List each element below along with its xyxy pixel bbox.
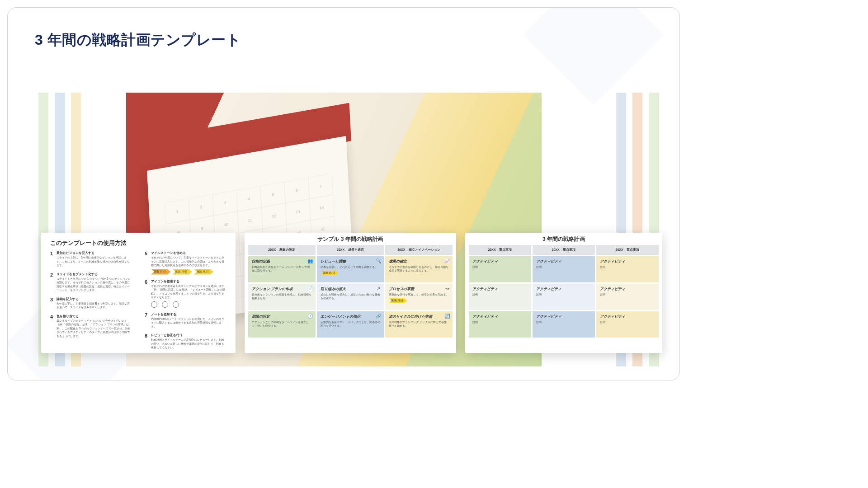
instruction-heading: レビューと修正を行う xyxy=(151,333,226,338)
instruction-number: 6 xyxy=(145,279,147,308)
card3-title: 3 年間の戦略計画 xyxy=(465,233,662,245)
plan-cell: アクティビティ説明 xyxy=(596,311,659,338)
instruction-number: 4 xyxy=(50,314,53,338)
refresh-icon: 🔄 xyxy=(444,314,450,319)
plan-cell: 期限の設定アクションごとの明確なタイムラインを確立して、勢いを維持する。🕒 xyxy=(248,311,316,338)
plan-cell: アクティビティ説明 xyxy=(533,284,595,310)
instruction-item: 2スライドをセグメント化するスライドを各年度につき 1 つずつ、合計 3 つのセ… xyxy=(50,272,132,292)
people-icon: 👥 xyxy=(307,258,313,264)
instruction-text: PowerPoint のノート セクションを使用して、メインのスライドに配入する… xyxy=(151,317,226,329)
plan-cell: 取り組みの拡大成功した戦略を拡大し、成長のための新たな機会を模索する。↗ xyxy=(317,284,384,310)
milestone-chip: 確認 月/日 xyxy=(194,269,213,275)
instruction-heading: 最初にビジョンを記入する xyxy=(57,251,132,255)
instruction-number: 2 xyxy=(50,272,53,292)
plan-cell: アクティビティ説明 xyxy=(596,284,659,310)
plan-cell-title: 役割の定義 xyxy=(252,259,312,264)
plan-column-header: 20XX – 重点事項 xyxy=(533,245,595,255)
plan-cell-title: アクティビティ xyxy=(472,314,528,319)
slide-canvas: 3 年間の戦略計画テンプレート 123456789101112131415161… xyxy=(7,7,680,380)
plan-column-header: 20XX – 確立とイノベーション xyxy=(385,245,453,255)
instruction-number: 7 xyxy=(145,312,147,329)
plan-cell: レビューと調整結果を評価し、それに応じて戦略を調整する。🔍調査 月/日 xyxy=(317,256,384,282)
clock-icon xyxy=(151,301,157,308)
plan-cell-title: アクティビティ xyxy=(536,314,591,319)
instruction-text: 各年度の下に、主要項目を箇条書きで列挙します。簡潔な言葉遣いで、スライドを読みや… xyxy=(57,302,132,310)
milestone-chip: 調査 月/日 xyxy=(321,271,339,275)
instruction-heading: 色を割り当てる xyxy=(57,314,132,319)
instruction-heading: アイコンを使用する xyxy=(151,279,226,284)
plan-cell-desc: 説明 xyxy=(536,320,591,324)
plan-cell: エンゲージメントの強化定期的な更新やフィードバックにより、関係者の関与を強化する… xyxy=(317,311,384,338)
slide-frame: 3 年間の戦略計画テンプレート 123456789101112131415161… xyxy=(0,0,687,388)
plan-cell-title: アクティビティ xyxy=(472,286,528,291)
plan-cell-desc: アクションごとの明確なタイムラインを確立して、勢いを維持する。 xyxy=(252,320,312,328)
plan-column-header: 20XX – 重点事項 xyxy=(596,245,659,255)
search-icon: 🔍 xyxy=(376,258,381,264)
instruction-item: 7ノートを追加するPowerPoint のノート セクションを使用して、メインの… xyxy=(145,312,226,329)
plan-cell: アクティビティ説明 xyxy=(469,311,531,338)
plan-cell-title: エンゲージメントの強化 xyxy=(321,314,381,319)
instruction-item: 4色を割り当てる異なるタイプのアクティビティについて色分けを行います（例:「役割… xyxy=(50,314,132,338)
instruction-number: 1 xyxy=(50,251,53,267)
plan-column-header: 20XX – 重点事項 xyxy=(469,245,531,255)
instruction-heading: マイルストーンを含める xyxy=(151,251,226,255)
page-title: 3 年間の戦略計画テンプレート xyxy=(35,30,241,50)
instruction-item: 6アイコンを使用するそれぞれの主要項目を表すシンプルなアイコンを選択します（例:… xyxy=(145,279,226,308)
plan-cell-desc: 説明 xyxy=(536,265,591,269)
refresh-icon xyxy=(173,301,179,308)
instruction-heading: スライドをセグメント化する xyxy=(57,272,132,277)
sample-icons-row xyxy=(151,301,226,308)
plan-cell: プロセスの革新革新的な慣行を実施して、効率と効果を高める。↝展開 月/日 xyxy=(385,284,453,310)
plan-cell-title: 次のサイクルに向けた準備 xyxy=(389,314,449,319)
plan-cell-desc: 結果を評価し、それに応じて戦略を調整する。 xyxy=(321,265,381,269)
plan-cell-desc: 説明 xyxy=(472,320,528,324)
plan-cell-title: アクティビティ xyxy=(600,259,655,264)
plan-cell-desc: 革新的な慣行を実施して、効率と効果を高める。 xyxy=(389,293,449,296)
plan-cell-desc: 説明 xyxy=(600,265,655,269)
plan-cell-title: 成果の確立 xyxy=(389,259,449,264)
plan-cell: アクティビティ説明 xyxy=(469,256,531,282)
thumbnail-instructions: このテンプレートの使用方法 1最初にビジョンを記入するスライドの上部に、3 年間… xyxy=(41,233,236,353)
plan-cell-desc: 次の戦略的プランニング サイクルに向けて基盤作りを始める。 xyxy=(389,320,449,328)
plan-cell-title: 取り組みの拡大 xyxy=(321,286,381,291)
plan-cell-desc: 説明 xyxy=(600,320,655,324)
plan-cell-title: アクティビティ xyxy=(472,259,528,264)
sample-plan-grid: 20XX – 基盤の設定20XX – 成長と適応20XX – 確立とイノベーショ… xyxy=(245,245,456,341)
milestone-chip: 調査 月/日 xyxy=(151,269,170,275)
share-icon: 🔗 xyxy=(376,314,381,319)
instruction-item: 5マイルストーンを含めるそれぞれの年度について、主要なマイルストーンをタイムライ… xyxy=(145,251,226,275)
plan-cell-title: プロセスの革新 xyxy=(389,286,449,291)
instruction-text: 戦略計画スライドをチームで定期的にレビューします。戦略の変化、あるいは新しい機会… xyxy=(151,338,226,350)
instruction-text: スライドを各年度につき 1 つずつ、合計 3 つのセクションに分割します。それぞ… xyxy=(57,277,132,292)
plan-cell-desc: 成功した戦略を拡大し、成長のための新たな機会を模索する。 xyxy=(321,293,381,300)
instruction-number: 8 xyxy=(145,333,147,350)
plan-cell: アクティビティ説明 xyxy=(469,284,531,310)
plan-cell-title: アクティビティ xyxy=(600,314,655,319)
card2-title: サンプル 3 年間の戦略計画 xyxy=(245,233,456,245)
milestone-chips: 調査 月/日確認 月/日確認 月/日 xyxy=(151,269,226,275)
instructions-left: 1最初にビジョンを記入するスライドの上部に、3 年間の全体的なビジョンを明記しま… xyxy=(50,251,132,350)
plan-cell: 成果の確立それまでの進歩を確固たるものにし、持続可能な成長を実現するように注力す… xyxy=(385,256,453,282)
expand-icon: ↗ xyxy=(376,286,381,291)
plan-cell-desc: 説明 xyxy=(536,293,591,296)
plan-cell: アクション プランの作成具体的なアクションの概要を作成し、戦略目標を始動させる。… xyxy=(248,284,316,310)
thumbnail-sample-plan: サンプル 3 年間の戦略計画 20XX – 基盤の設定20XX – 成長と適応2… xyxy=(245,233,456,353)
blank-plan-grid: 20XX – 重点事項20XX – 重点事項20XX – 重点事項アクティビティ… xyxy=(465,245,662,341)
instructions-right: 5マイルストーンを含めるそれぞれの年度について、主要なマイルストーンをタイムライ… xyxy=(145,251,226,350)
plan-cell-title: アクティビティ xyxy=(536,259,591,264)
plan-cell-title: アクティビティ xyxy=(600,286,655,291)
plan-cell-title: 期限の設定 xyxy=(252,314,312,319)
instruction-heading: ノートを追加する xyxy=(151,312,226,317)
plan-cell-desc: 戦略的役割と責任をチーム メンバーに対して明確に割り当てる。 xyxy=(252,265,312,273)
instruction-text: それぞれの主要項目を表すシンプルなアイコンを選択します（例:「期限の設定」には時… xyxy=(151,284,226,300)
instruction-number: 3 xyxy=(50,297,53,310)
plan-cell: アクティビティ説明 xyxy=(596,256,659,282)
plan-cell-title: アクション プランの作成 xyxy=(252,286,312,291)
instruction-item: 8レビューと修正を行う戦略計画スライドをチームで定期的にレビューします。戦略の変… xyxy=(145,333,226,350)
plan-column-header: 20XX – 基盤の設定 xyxy=(248,245,316,255)
milestone-chip: 展開 月/日 xyxy=(389,298,407,303)
instruction-text: スライドの上部に、3 年間の全体的なビジョンを明記します。これにより、すべての戦… xyxy=(57,256,132,267)
plan-cell-desc: 定期的な更新やフィードバックにより、関係者の関与を強化する。 xyxy=(321,320,381,328)
chart-icon: 📈 xyxy=(444,258,450,264)
plan-cell-desc: 具体的なアクションの概要を作成し、戦略目標を始動させる。 xyxy=(252,293,312,300)
